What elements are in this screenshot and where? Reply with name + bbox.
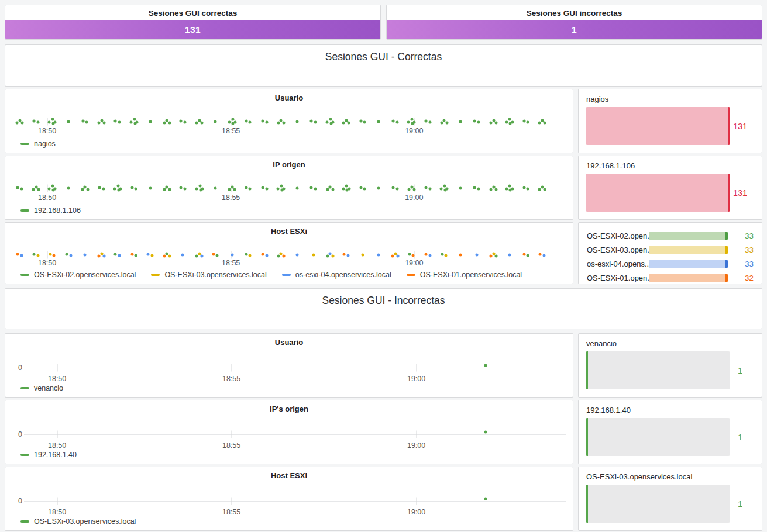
gauge-cap (586, 351, 588, 389)
legend-item[interactable]: 192.168.1.106 (20, 206, 81, 215)
gauge-label: nagios (586, 95, 608, 103)
legend-label: os-esxi-04.openservices.local (295, 271, 391, 279)
scatter-dot (310, 120, 313, 123)
scatter-dot (32, 188, 35, 191)
stat-title[interactable]: Sesiones GUI incorrectas (387, 5, 762, 20)
scatter-dot (527, 254, 529, 257)
y-zero-label: 0 (18, 497, 22, 505)
scatter-dot (527, 188, 529, 191)
legend-item[interactable]: os-esxi-04.openservices.local (282, 271, 391, 279)
scatter-dot (149, 187, 152, 190)
scatter-dot (83, 254, 86, 257)
x-tick-mark (57, 364, 57, 372)
scatter-dot (228, 188, 231, 191)
scatter-dot (195, 255, 198, 258)
bargauge-panel-ips-origen-incorrectas: 192.168.1.40 1 (578, 400, 762, 464)
scatter-dot (314, 188, 317, 191)
legend-item[interactable]: nagios (20, 140, 56, 148)
scatter-dot (508, 118, 511, 121)
plot-area[interactable]: 0 (12, 487, 566, 509)
plot-area[interactable]: 0 (12, 354, 566, 376)
panel-title[interactable]: Usuario (5, 94, 573, 102)
scatter-dot (163, 188, 166, 191)
scatter-dot (397, 255, 400, 258)
scatter-dot (20, 188, 23, 191)
bargauge-row: OS-ESXi-01.open... 32 (587, 271, 754, 285)
legend-item[interactable]: venancio (20, 384, 63, 392)
legend: nagios (20, 139, 56, 148)
scatter-dot (425, 253, 428, 256)
scatter-dot (16, 186, 19, 189)
timeseries-panel-ips-origen-incorrectas: IP's origen 0 18:5018:5519:00 192.168.1.… (5, 400, 573, 464)
stat-title[interactable]: Sesiones GUI correctas (5, 5, 380, 20)
scatter-dot (538, 188, 541, 191)
legend-swatch (20, 143, 29, 145)
gauge-value: 131 (723, 107, 757, 145)
scatter-dot (67, 120, 70, 123)
stat-panel-sesiones-correctas: Sesiones GUI correctas 131 (5, 5, 381, 40)
gauge-cap (725, 232, 728, 240)
scatter-dot (310, 186, 313, 189)
scatter-dot (214, 120, 217, 123)
bargauge-panel-ip-origen-correctas: 192.168.1.106 131 (578, 156, 762, 220)
gauge-value: 32 (736, 274, 754, 282)
scatter-dot (377, 254, 380, 257)
scatter-dot (86, 188, 89, 191)
scatter-dot (113, 188, 116, 191)
scatter-dot (149, 120, 152, 123)
scatter-dot (117, 189, 120, 192)
panel-title[interactable]: Usuario (5, 338, 573, 347)
bargauge-panel-host-esxi-correctas: OS-ESXi-02.open... 33 OS-ESXi-03.open...… (578, 222, 762, 284)
scatter-dot (277, 188, 280, 191)
panel-title[interactable]: IP origen (5, 160, 573, 169)
scatter-dot (343, 253, 346, 256)
panel-title[interactable]: Host ESXi (5, 471, 573, 480)
gauge-cap (725, 274, 728, 282)
scatter-dot (544, 122, 546, 125)
gauge-label: OS-ESXi-01.open... (587, 274, 649, 282)
x-tick-label: 18:50 (48, 375, 66, 383)
y-zero-label: 0 (18, 364, 22, 372)
legend-item[interactable]: OS-ESXi-03.openservices.local (151, 271, 266, 279)
stat-gauge-bar: 1 (387, 20, 762, 39)
scatter-dot (473, 120, 476, 123)
scatter-dot (359, 186, 362, 189)
scatter-dot (135, 254, 137, 257)
scatter-dot (163, 122, 166, 125)
scatter-dot (245, 253, 247, 256)
scatter-dot (494, 122, 497, 125)
scatter-dot (441, 253, 443, 256)
scatter-dot (377, 120, 380, 123)
scatter-dot (348, 122, 350, 125)
scatter-dot (168, 122, 171, 125)
scatter-dot (265, 188, 268, 191)
scatter-dot (33, 253, 36, 256)
scatter-dot (361, 254, 364, 257)
gauge-bar (649, 232, 728, 240)
panel-title[interactable]: IP's origen (5, 405, 573, 413)
scatter-dot (477, 121, 480, 124)
legend-item[interactable]: OS-ESXi-01.openservices.local (407, 271, 522, 279)
plot-area[interactable]: 0 (12, 420, 566, 443)
legend: 192.168.1.106 (20, 206, 81, 215)
scatter-dot (459, 187, 462, 190)
gauge-bar (586, 418, 730, 456)
scatter-dot (262, 120, 264, 123)
scatter-dot (392, 186, 395, 189)
x-axis: 18:5018:5519:00 (12, 127, 566, 136)
legend-item[interactable]: OS-ESXi-03.openservices.local (20, 517, 136, 526)
x-tick-mark (231, 498, 232, 505)
gauge-value: 33 (736, 260, 754, 268)
scatter-dot (329, 118, 332, 121)
scatter-dot (81, 188, 84, 191)
legend-item[interactable]: 192.168.1.40 (20, 451, 77, 459)
panel-title[interactable]: Host ESXi (5, 227, 573, 236)
scatter-dot (489, 255, 492, 258)
scatter-dot (326, 255, 329, 258)
gauge-value: 33 (736, 246, 754, 254)
bargauge-row: OS-ESXi-03.open... 33 (587, 243, 754, 257)
legend-item[interactable]: OS-ESXi-02.openservices.local (20, 271, 136, 279)
x-axis: 18:5018:5519:00 (12, 508, 566, 517)
scatter-dot (522, 120, 525, 123)
scatter-dot (342, 122, 345, 125)
